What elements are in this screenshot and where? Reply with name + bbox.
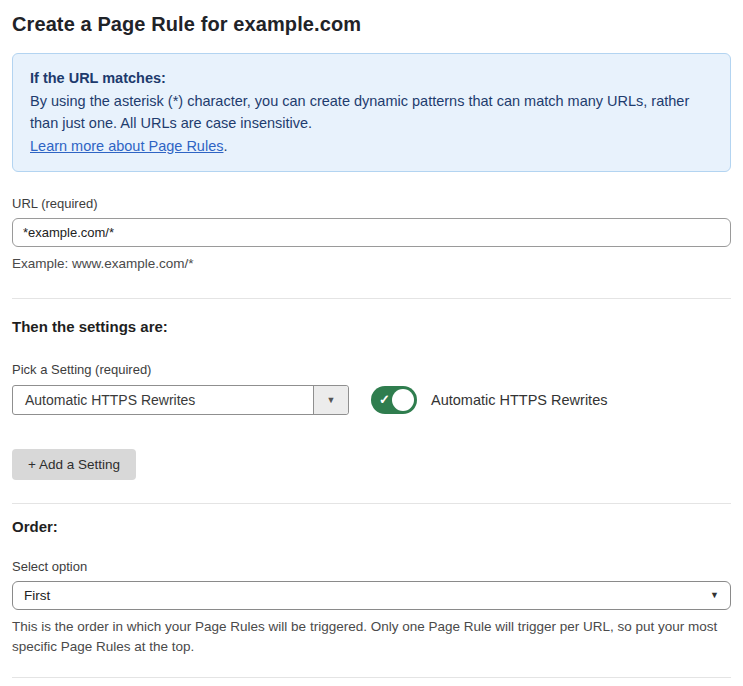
- divider: [12, 298, 731, 299]
- info-box-heading: If the URL matches:: [30, 67, 713, 90]
- chevron-down-icon: ▼: [327, 395, 336, 405]
- order-heading: Order:: [12, 518, 731, 535]
- setting-row: Automatic HTTPS Rewrites ▼ ✓ Automatic H…: [12, 385, 731, 415]
- toggle-label: Automatic HTTPS Rewrites: [431, 392, 607, 408]
- divider: [12, 677, 731, 678]
- learn-more-link[interactable]: Learn more about Page Rules: [30, 138, 223, 154]
- info-box-link-row: Learn more about Page Rules.: [30, 135, 713, 158]
- url-matches-info-box: If the URL matches: By using the asteris…: [12, 53, 731, 172]
- url-input[interactable]: [12, 218, 731, 247]
- https-rewrites-toggle[interactable]: ✓: [371, 386, 417, 414]
- setting-dropdown-value: Automatic HTTPS Rewrites: [13, 386, 313, 414]
- info-box-body: By using the asterisk (*) character, you…: [30, 90, 713, 135]
- link-period: .: [223, 138, 227, 154]
- order-select[interactable]: First ▼: [12, 581, 731, 610]
- settings-heading: Then the settings are:: [12, 318, 731, 335]
- url-helper-text: Example: www.example.com/*: [12, 254, 731, 274]
- dropdown-arrow-button[interactable]: ▼: [313, 386, 348, 414]
- toggle-knob: [392, 389, 414, 411]
- divider: [12, 503, 731, 504]
- order-select-value: First: [24, 588, 50, 603]
- setting-dropdown[interactable]: Automatic HTTPS Rewrites ▼: [12, 385, 349, 415]
- setting-toggle-wrap: ✓ Automatic HTTPS Rewrites: [371, 386, 607, 414]
- check-icon: ✓: [379, 393, 390, 406]
- order-helper-text: This is the order in which your Page Rul…: [12, 617, 731, 658]
- chevron-down-icon: ▼: [710, 590, 719, 600]
- url-label: URL (required): [12, 196, 731, 211]
- select-option-label: Select option: [12, 559, 731, 574]
- add-setting-button[interactable]: + Add a Setting: [12, 449, 136, 480]
- page-title: Create a Page Rule for example.com: [12, 13, 731, 36]
- page-rule-form: Create a Page Rule for example.com If th…: [0, 13, 743, 686]
- pick-setting-label: Pick a Setting (required): [12, 362, 731, 377]
